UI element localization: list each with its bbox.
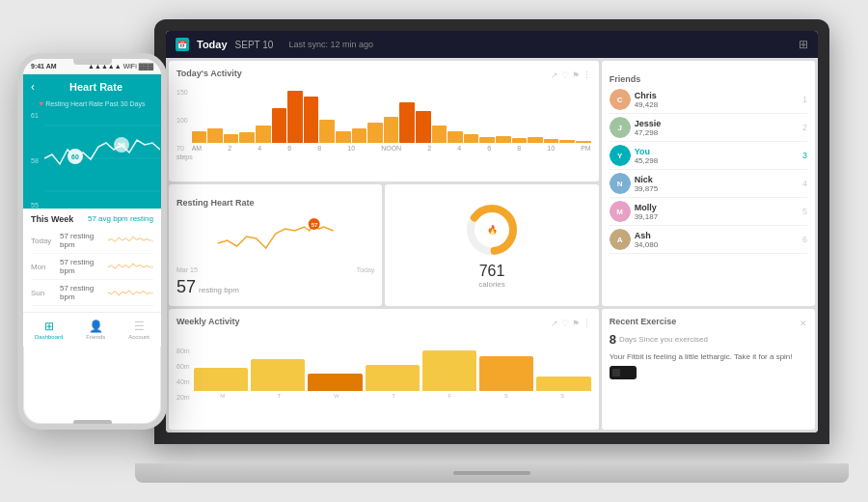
weekly-heart-icon[interactable]: ♡ [561,319,569,328]
friend-name: Molly [635,203,799,212]
weekly-bar [479,356,533,391]
dashboard-nav-label: Dashboard [35,334,63,340]
friend-item: C Chris 49,428 1 [610,86,807,114]
friend-rank: 4 [802,179,807,188]
svg-text:56: 56 [118,142,125,149]
dots-icon[interactable]: ⋮ [583,70,591,80]
weekly-dots-icon[interactable]: ⋮ [583,319,591,328]
day-label-mon: Mon [31,263,60,271]
nav-friends[interactable]: 👤 Friends [86,320,105,340]
daily-row-sun[interactable]: Sun 57 resting bpm › [31,280,153,306]
laptop-body: 📅 Today SEPT 10 Last sync: 12 min ago ⊞ … [154,19,829,444]
friend-avatar: N [610,173,631,194]
weekly-day-label: W [334,393,339,399]
dashboard: 📅 Today SEPT 10 Last sync: 12 min ago ⊞ … [166,31,818,432]
daily-row-mon[interactable]: Mon 57 resting bpm › [31,254,153,280]
friend-rank: 3 [802,151,807,160]
friends-card: Friends C Chris 49,428 1 J Jessie 47,298… [602,61,815,306]
weekly-bar-group [194,333,248,391]
heart-rate-screen: ‹ Heart Rate ♥ Resting Heart Rate Past 3… [23,74,161,209]
nav-dashboard[interactable]: ⊞ Dashboard [35,320,63,340]
rhr-title: Resting Heart Rate [176,198,255,208]
friends-nav-icon: 👤 [89,320,103,333]
close-icon[interactable]: ✕ [800,319,807,328]
weekly-title: Weekly Activity [176,317,240,326]
friends-list: C Chris 49,428 1 J Jessie 47,298 2 Y You… [610,86,807,254]
friend-steps: 34,080 [635,240,799,249]
friend-steps: 39,187 [635,212,799,221]
friend-info: Chris 49,428 [635,91,799,109]
badge-label: Days Since you exercised [619,335,708,344]
calendar-icon: 📅 [176,38,189,51]
rhr-card: Resting Heart Rate 57 Mar 15 [169,184,382,305]
this-week-value: 57 avg bpm resting [88,214,153,224]
friends-nav-label: Friends [86,334,105,340]
heart-icon[interactable]: ♡ [561,70,569,80]
friend-steps: 45,298 [635,156,799,165]
friend-info: Jessie 47,298 [635,119,799,137]
scene: 📅 Today SEPT 10 Last sync: 12 min ago ⊞ … [0,0,868,502]
friend-rank: 2 [802,123,807,132]
grid-icon[interactable]: ⊞ [799,38,808,51]
friend-name: Nick [635,175,799,184]
friend-info: Molly 39,187 [635,203,799,221]
friend-rank: 1 [802,95,807,104]
rhr-date-start: Mar 15 [176,266,198,273]
rhr-chart: 57 [176,209,374,263]
phone-home-button[interactable] [73,420,112,425]
this-week-header: This Week 57 avg bpm resting [31,214,153,224]
day-label-sun: Sun [31,289,60,297]
friend-avatar: C [610,89,631,110]
battery-icon: ▓▓▓ [139,63,153,70]
hr-line-chart: 60 56 [44,116,160,201]
friend-avatar: M [610,201,631,222]
day-value-sun: 57 resting bpm [60,284,108,301]
dash-content: Today's Activity ↗ ♡ ⚑ ⋮ 150 [166,58,818,432]
phone-time: 9:41 AM [31,63,57,70]
weekly-share-icon[interactable]: ↗ [551,319,558,328]
chevron-icon-mon: › [150,263,153,271]
weekly-flag-icon[interactable]: ⚑ [572,319,580,328]
friend-item: J Jessie 47,298 2 [610,114,807,142]
dashboard-nav-icon: ⊞ [44,320,54,333]
dash-header: 📅 Today SEPT 10 Last sync: 12 min ago ⊞ [166,31,818,58]
weekly-bar-group [251,333,305,391]
weekly-day-label: T [278,393,282,399]
friend-steps: 47,298 [635,128,799,137]
weekly-day-label: M [220,393,225,399]
phone-notch [73,59,112,65]
phone: 9:41 AM ▲▲▲▲▲ WiFi ▓▓▓ ‹ Heart Rate ♥ Re… [17,53,167,430]
activity-card: Today's Activity ↗ ♡ ⚑ ⋮ 150 [169,61,599,181]
svg-text:🔥: 🔥 [486,224,498,236]
wifi-icon: WiFi [123,63,137,70]
nav-account[interactable]: ☰ Account [128,320,149,340]
daily-row-today[interactable]: Today 57 resting bpm › [31,228,153,254]
sparkline-today [108,233,150,248]
this-week-section: This Week 57 avg bpm resting Today 57 re… [23,209,161,312]
sparkline-mon [108,259,150,274]
dash-sync: Last sync: 12 min ago [288,40,373,49]
recent-badge: 8 Days Since you exercised [610,332,708,347]
share-icon[interactable]: ↗ [551,70,558,80]
weekly-bar-group [366,333,420,391]
laptop-screen: 📅 Today SEPT 10 Last sync: 12 min ago ⊞ … [166,31,818,432]
phone-header: ‹ Heart Rate [23,74,161,99]
back-button[interactable]: ‹ [31,80,35,94]
sparkline-sun [108,285,150,300]
friend-item: M Molly 39,187 5 [610,198,807,226]
recent-message: Your Fitbit is feeling a little lethargi… [610,351,807,362]
laptop: 📅 Today SEPT 10 Last sync: 12 min ago ⊞ … [154,19,829,483]
friend-name: Chris [635,91,799,100]
flag-icon[interactable]: ⚑ [572,70,580,80]
rhr-date-end: Today [357,266,375,273]
friend-name: Ash [635,231,799,240]
calories-card: 🔥 761 calories [385,184,598,305]
weekly-bar-group [479,333,533,391]
chevron-icon-today: › [150,237,153,245]
fitbit-band-image [610,366,637,379]
day-label-today: Today [31,237,60,245]
activity-actions: ↗ ♡ ⚑ ⋮ [551,70,591,80]
friend-avatar: Y [610,145,631,166]
activity-xaxis: AM246810NOON246810PM [192,145,591,152]
weekly-bars [194,333,591,391]
